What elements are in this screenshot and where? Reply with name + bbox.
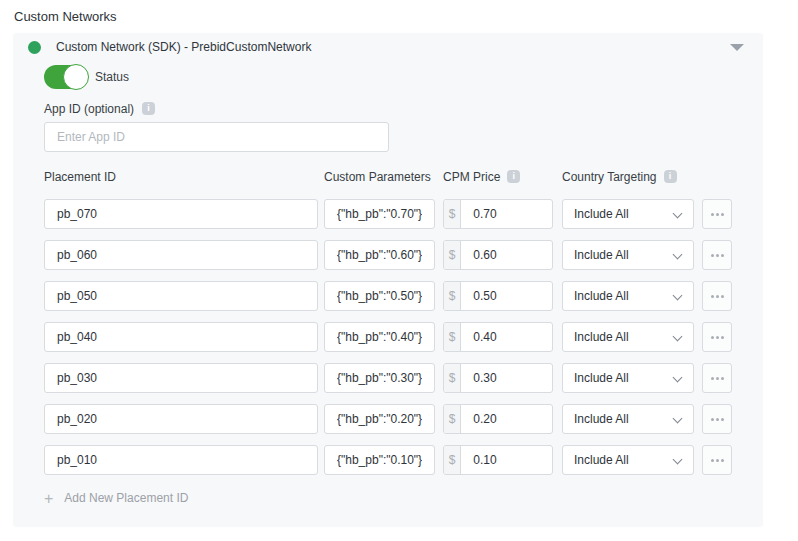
info-icon[interactable]: i: [664, 170, 677, 183]
more-options-button[interactable]: [702, 281, 732, 311]
cpm-price-input[interactable]: [461, 323, 552, 351]
more-options-button[interactable]: [702, 240, 732, 270]
toggle-knob-icon: [63, 64, 89, 90]
country-targeting-value: Include All: [574, 330, 629, 344]
ellipsis-icon: [716, 254, 719, 257]
cpm-price-input[interactable]: [461, 405, 552, 433]
cpm-price-input[interactable]: [461, 200, 552, 228]
network-header: Custom Network (SDK) - PrebidCustomNetwo…: [28, 40, 732, 54]
ellipsis-icon: [711, 377, 714, 380]
cpm-price-field: $: [443, 322, 553, 352]
add-placement-button[interactable]: + Add New Placement ID: [44, 491, 763, 505]
country-targeting-select[interactable]: Include All: [562, 404, 694, 434]
country-targeting-value: Include All: [574, 207, 629, 221]
more-options-button[interactable]: [702, 445, 732, 475]
placement-id-input[interactable]: [44, 240, 318, 270]
ellipsis-icon: [716, 213, 719, 216]
custom-params-input[interactable]: [324, 199, 435, 229]
ellipsis-icon: [711, 254, 714, 257]
cpm-price-input[interactable]: [461, 364, 552, 392]
chevron-down-icon: [673, 250, 683, 260]
chevron-down-icon: [673, 291, 683, 301]
custom-params-input[interactable]: [324, 322, 435, 352]
ellipsis-icon: [711, 336, 714, 339]
ellipsis-icon: [721, 254, 724, 257]
placement-row: $ Include All: [44, 240, 763, 270]
ellipsis-icon: [721, 213, 724, 216]
ellipsis-icon: [716, 459, 719, 462]
network-title: Custom Network (SDK) - PrebidCustomNetwo…: [56, 40, 311, 54]
custom-params-input[interactable]: [324, 240, 435, 270]
placement-rows: $ Include All $ Include All: [44, 199, 763, 475]
status-row: Status: [44, 64, 763, 90]
placement-id-input[interactable]: [44, 199, 318, 229]
more-options-button[interactable]: [702, 322, 732, 352]
placement-id-input[interactable]: [44, 363, 318, 393]
country-targeting-select[interactable]: Include All: [562, 281, 694, 311]
custom-params-input[interactable]: [324, 281, 435, 311]
placement-row: $ Include All: [44, 322, 763, 352]
ellipsis-icon: [711, 418, 714, 421]
currency-prefix: $: [444, 241, 461, 269]
ellipsis-icon: [716, 377, 719, 380]
placement-row: $ Include All: [44, 199, 763, 229]
cpm-price-input[interactable]: [461, 282, 552, 310]
placement-row: $ Include All: [44, 445, 763, 475]
currency-prefix: $: [444, 405, 461, 433]
more-options-button[interactable]: [702, 199, 732, 229]
more-options-button[interactable]: [702, 363, 732, 393]
app-id-input[interactable]: [44, 122, 389, 152]
cpm-price-input[interactable]: [461, 446, 552, 474]
placement-id-input[interactable]: [44, 281, 318, 311]
info-icon[interactable]: i: [142, 102, 155, 115]
custom-networks-page: Custom Networks Custom Network (SDK) - P…: [0, 0, 798, 541]
column-header-custom-parameters: Custom Parameters: [324, 170, 443, 184]
placement-id-input[interactable]: [44, 445, 318, 475]
column-label: Country Targeting: [562, 170, 657, 184]
placement-id-input[interactable]: [44, 322, 318, 352]
column-header-country-targeting: Country Targeting i: [562, 170, 702, 184]
cpm-price-field: $: [443, 363, 553, 393]
country-targeting-select[interactable]: Include All: [562, 445, 694, 475]
placement-row: $ Include All: [44, 281, 763, 311]
cpm-price-input[interactable]: [461, 241, 552, 269]
ellipsis-icon: [716, 418, 719, 421]
page-title: Custom Networks: [14, 9, 798, 24]
placement-id-input[interactable]: [44, 404, 318, 434]
country-targeting-value: Include All: [574, 248, 629, 262]
country-targeting-value: Include All: [574, 412, 629, 426]
custom-params-input[interactable]: [324, 363, 435, 393]
country-targeting-select[interactable]: Include All: [562, 322, 694, 352]
collapse-chevron-icon[interactable]: [730, 44, 744, 51]
ellipsis-icon: [711, 295, 714, 298]
cpm-price-field: $: [443, 404, 553, 434]
currency-prefix: $: [444, 446, 461, 474]
ellipsis-icon: [721, 418, 724, 421]
placement-row: $ Include All: [44, 363, 763, 393]
column-header-cpm-price: CPM Price i: [443, 170, 562, 184]
country-targeting-select[interactable]: Include All: [562, 363, 694, 393]
ellipsis-icon: [711, 459, 714, 462]
column-label: Placement ID: [44, 170, 116, 184]
country-targeting-select[interactable]: Include All: [562, 199, 694, 229]
info-icon[interactable]: i: [507, 170, 520, 183]
currency-prefix: $: [444, 323, 461, 351]
placements-table-header: Placement ID Custom Parameters CPM Price…: [44, 170, 763, 183]
cpm-price-field: $: [443, 199, 553, 229]
chevron-down-icon: [673, 209, 683, 219]
chevron-down-icon: [673, 373, 683, 383]
custom-params-input[interactable]: [324, 404, 435, 434]
cpm-price-field: $: [443, 445, 553, 475]
column-label: CPM Price: [443, 170, 500, 184]
status-toggle[interactable]: [44, 65, 88, 89]
cpm-price-field: $: [443, 281, 553, 311]
currency-prefix: $: [444, 282, 461, 310]
country-targeting-select[interactable]: Include All: [562, 240, 694, 270]
custom-params-input[interactable]: [324, 445, 435, 475]
ellipsis-icon: [721, 459, 724, 462]
ellipsis-icon: [721, 336, 724, 339]
app-id-label: App ID (optional): [44, 102, 134, 116]
app-id-label-row: App ID (optional) i: [44, 102, 763, 115]
more-options-button[interactable]: [702, 404, 732, 434]
ellipsis-icon: [721, 377, 724, 380]
